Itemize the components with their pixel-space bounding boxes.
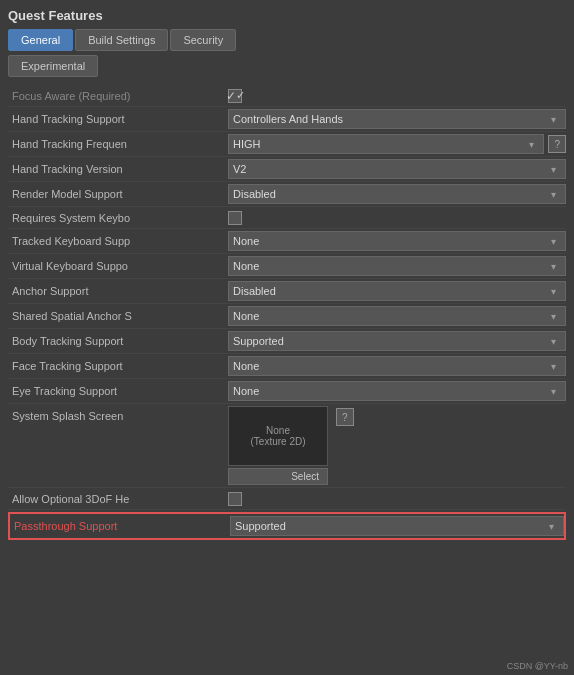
hand-tracking-frequency-label: Hand Tracking Frequen bbox=[8, 138, 228, 150]
render-model-support-text: Disabled bbox=[233, 188, 545, 200]
dropdown-arrow-anchor-icon: ▾ bbox=[545, 283, 561, 299]
shared-spatial-anchor-text: None bbox=[233, 310, 545, 322]
allow-3dof-checkbox[interactable] bbox=[228, 492, 242, 506]
face-tracking-value: None ▾ bbox=[228, 356, 566, 376]
eye-tracking-row: Eye Tracking Support None ▾ bbox=[8, 379, 566, 404]
requires-keyboard-label: Requires System Keybo bbox=[8, 212, 228, 224]
splash-preview-box: None (Texture 2D) bbox=[228, 406, 328, 466]
settings-form: Focus Aware (Required) ✓ Hand Tracking S… bbox=[8, 85, 566, 540]
allow-3dof-value bbox=[228, 492, 566, 506]
face-tracking-dropdown[interactable]: None ▾ bbox=[228, 356, 566, 376]
dropdown-arrow-render-icon: ▾ bbox=[545, 186, 561, 202]
hand-tracking-version-dropdown[interactable]: V2 ▾ bbox=[228, 159, 566, 179]
hand-tracking-support-value: Controllers And Hands ▾ bbox=[228, 109, 566, 129]
tab-general[interactable]: General bbox=[8, 29, 73, 51]
allow-3dof-row: Allow Optional 3DoF He bbox=[8, 488, 566, 510]
allow-3dof-label: Allow Optional 3DoF He bbox=[8, 493, 228, 505]
dropdown-arrow-freq-icon: ▾ bbox=[523, 136, 539, 152]
dropdown-arrow-shared-icon: ▾ bbox=[545, 308, 561, 324]
eye-tracking-dropdown[interactable]: None ▾ bbox=[228, 381, 566, 401]
hand-tracking-support-text: Controllers And Hands bbox=[233, 113, 545, 125]
passthrough-support-value: Supported ▾ bbox=[230, 516, 564, 536]
hand-tracking-frequency-text: HIGH bbox=[233, 138, 523, 150]
tab-experimental[interactable]: Experimental bbox=[8, 55, 98, 77]
passthrough-support-dropdown[interactable]: Supported ▾ bbox=[230, 516, 564, 536]
passthrough-support-text: Supported bbox=[235, 520, 543, 532]
face-tracking-label: Face Tracking Support bbox=[8, 360, 228, 372]
hand-tracking-frequency-dropdown[interactable]: HIGH ▾ bbox=[228, 134, 544, 154]
splash-screen-label: System Splash Screen bbox=[8, 406, 228, 422]
splash-screen-row: System Splash Screen None (Texture 2D) S… bbox=[8, 404, 566, 488]
eye-tracking-value: None ▾ bbox=[228, 381, 566, 401]
splash-type-text: (Texture 2D) bbox=[250, 436, 305, 447]
virtual-keyboard-text: None bbox=[233, 260, 545, 272]
dropdown-arrow-icon: ▾ bbox=[545, 111, 561, 127]
tracked-keyboard-row: Tracked Keyboard Supp None ▾ bbox=[8, 229, 566, 254]
dropdown-arrow-face-icon: ▾ bbox=[545, 358, 561, 374]
checkmark-icon: ✓ bbox=[226, 89, 236, 103]
hand-tracking-version-value: V2 ▾ bbox=[228, 159, 566, 179]
render-model-support-value: Disabled ▾ bbox=[228, 184, 566, 204]
hand-tracking-frequency-help-button[interactable]: ? bbox=[548, 135, 566, 153]
tracked-keyboard-label: Tracked Keyboard Supp bbox=[8, 235, 228, 247]
render-model-support-dropdown[interactable]: Disabled ▾ bbox=[228, 184, 566, 204]
anchor-support-value: Disabled ▾ bbox=[228, 281, 566, 301]
body-tracking-value: Supported ▾ bbox=[228, 331, 566, 351]
tracked-keyboard-value: None ▾ bbox=[228, 231, 566, 251]
focus-aware-checkbox[interactable]: ✓ bbox=[228, 89, 242, 103]
virtual-keyboard-row: Virtual Keyboard Suppo None ▾ bbox=[8, 254, 566, 279]
anchor-support-label: Anchor Support bbox=[8, 285, 228, 297]
body-tracking-text: Supported bbox=[233, 335, 545, 347]
dropdown-arrow-passthrough-icon: ▾ bbox=[543, 518, 559, 534]
watermark-text: CSDN @YY-nb bbox=[507, 661, 568, 671]
dropdown-arrow-tracked-icon: ▾ bbox=[545, 233, 561, 249]
requires-keyboard-checkbox[interactable] bbox=[228, 211, 242, 225]
splash-select-button[interactable]: Select bbox=[228, 468, 328, 485]
dropdown-arrow-version-icon: ▾ bbox=[545, 161, 561, 177]
virtual-keyboard-value: None ▾ bbox=[228, 256, 566, 276]
panel-title: Quest Features bbox=[8, 8, 566, 23]
hand-tracking-frequency-value: HIGH ▾ ? bbox=[228, 134, 566, 154]
hand-tracking-support-dropdown[interactable]: Controllers And Hands ▾ bbox=[228, 109, 566, 129]
tab-security[interactable]: Security bbox=[170, 29, 236, 51]
tab-build-settings[interactable]: Build Settings bbox=[75, 29, 168, 51]
anchor-support-row: Anchor Support Disabled ▾ bbox=[8, 279, 566, 304]
focus-aware-row: Focus Aware (Required) ✓ bbox=[8, 85, 566, 107]
render-model-support-label: Render Model Support bbox=[8, 188, 228, 200]
shared-spatial-anchor-row: Shared Spatial Anchor S None ▾ bbox=[8, 304, 566, 329]
hand-tracking-support-row: Hand Tracking Support Controllers And Ha… bbox=[8, 107, 566, 132]
main-tab-row: General Build Settings Security bbox=[8, 29, 566, 51]
virtual-keyboard-dropdown[interactable]: None ▾ bbox=[228, 256, 566, 276]
hand-tracking-version-label: Hand Tracking Version bbox=[8, 163, 228, 175]
focus-aware-value: ✓ bbox=[228, 89, 566, 103]
render-model-support-row: Render Model Support Disabled ▾ bbox=[8, 182, 566, 207]
hand-tracking-version-row: Hand Tracking Version V2 ▾ bbox=[8, 157, 566, 182]
tracked-keyboard-dropdown[interactable]: None ▾ bbox=[228, 231, 566, 251]
anchor-support-dropdown[interactable]: Disabled ▾ bbox=[228, 281, 566, 301]
shared-spatial-anchor-dropdown[interactable]: None ▾ bbox=[228, 306, 566, 326]
splash-preview-area: None (Texture 2D) Select bbox=[228, 406, 328, 485]
hand-tracking-support-label: Hand Tracking Support bbox=[8, 113, 228, 125]
face-tracking-row: Face Tracking Support None ▾ bbox=[8, 354, 566, 379]
hand-tracking-version-text: V2 bbox=[233, 163, 545, 175]
shared-spatial-anchor-label: Shared Spatial Anchor S bbox=[8, 310, 228, 322]
passthrough-support-row: Passthrough Support Supported ▾ bbox=[8, 512, 566, 540]
secondary-tab-row: Experimental bbox=[8, 55, 566, 77]
passthrough-support-label: Passthrough Support bbox=[10, 520, 230, 532]
requires-keyboard-row: Requires System Keybo bbox=[8, 207, 566, 229]
hand-tracking-frequency-row: Hand Tracking Frequen HIGH ▾ ? bbox=[8, 132, 566, 157]
shared-spatial-anchor-value: None ▾ bbox=[228, 306, 566, 326]
splash-none-text: None bbox=[266, 425, 290, 436]
dropdown-arrow-body-icon: ▾ bbox=[545, 333, 561, 349]
splash-screen-value: None (Texture 2D) Select ? bbox=[228, 406, 566, 485]
eye-tracking-label: Eye Tracking Support bbox=[8, 385, 228, 397]
quest-features-panel: Quest Features General Build Settings Se… bbox=[0, 0, 574, 548]
body-tracking-dropdown[interactable]: Supported ▾ bbox=[228, 331, 566, 351]
dropdown-arrow-virtual-icon: ▾ bbox=[545, 258, 561, 274]
virtual-keyboard-label: Virtual Keyboard Suppo bbox=[8, 260, 228, 272]
anchor-support-text: Disabled bbox=[233, 285, 545, 297]
splash-help-button[interactable]: ? bbox=[336, 408, 354, 426]
requires-keyboard-value bbox=[228, 211, 566, 225]
dropdown-arrow-eye-icon: ▾ bbox=[545, 383, 561, 399]
eye-tracking-text: None bbox=[233, 385, 545, 397]
